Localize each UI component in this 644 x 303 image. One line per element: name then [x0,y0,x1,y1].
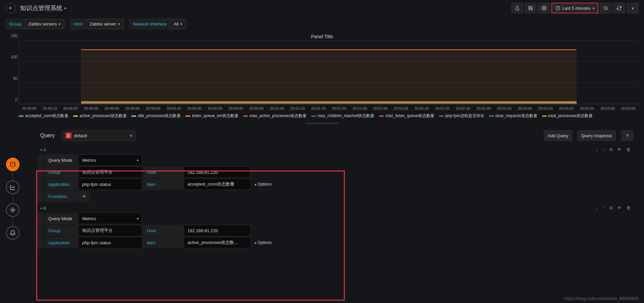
query-inspector-button[interactable]: Query Inspector [578,130,616,141]
panel-title: Panel Title [5,32,639,41]
remove-query-button[interactable]: 🗑 [626,205,631,211]
legend-item[interactable]: max_active_processes状态数量 [243,113,307,119]
query-host-label[interactable]: Host [143,225,183,236]
query-app-label[interactable]: Application [44,237,78,248]
legend-item[interactable]: php-fpm进程是否存在 [439,113,484,119]
duplicate-button[interactable]: ⧉ [609,147,612,152]
query-group-value[interactable]: 知识点管理平台 [78,166,142,178]
query-help-button[interactable]: ? [621,130,633,141]
query-group-label[interactable]: Group [44,225,78,236]
query-item-label[interactable]: Item [143,237,183,248]
legend-swatch [489,115,494,117]
var-group-host[interactable]: Host Zabbix server ▾ [70,19,123,29]
query-app-value[interactable]: php-fpm status [78,237,142,248]
legend-swatch [311,115,316,117]
tab-visualization[interactable] [6,181,19,194]
x-tick: 20:51:10 [287,106,308,110]
move-up-button[interactable]: ↑ [603,205,605,211]
add-function-button[interactable]: + [78,191,90,202]
save-button[interactable] [525,3,537,13]
database-icon [10,161,16,167]
refresh-button[interactable] [613,3,625,13]
legend-swatch [19,115,23,117]
query-host-label[interactable]: Host [143,166,183,178]
tab-queries[interactable] [6,158,19,171]
query-group-value[interactable]: 知识点管理平台 [78,225,142,236]
share-icon [515,6,520,10]
x-tick: 20:49:50 [122,106,143,110]
caret-down-icon: ▾ [593,6,594,10]
query-host-value[interactable]: 192.168.81.220 [184,166,251,178]
x-tick: 20:49:40 [101,106,122,110]
query-app-label[interactable]: Application [44,179,78,190]
caret-down-icon: ▾ [118,22,120,26]
var-group-select[interactable]: Zabbix servers ▾ [24,19,64,29]
gear-icon [542,6,546,10]
query-host-value[interactable]: 192.168.81.220 [184,225,251,236]
var-host-label: Host [70,19,86,29]
move-down-button[interactable]: ↓ [596,205,598,211]
dashboard-title-button[interactable]: 知识点管理系统 ▾ [20,4,66,12]
svg-point-0 [544,7,545,9]
legend-item[interactable]: accepted_conn状态数量 [19,113,68,119]
query-toggle[interactable]: ▾ B [40,206,46,211]
legend-item[interactable]: listen_queue_len状态数量 [185,113,238,119]
query-item-label[interactable]: Item [143,179,183,190]
x-tick: 20:49:10 [40,106,60,110]
toggle-visibility-button[interactable]: 👁 [617,205,622,211]
arrow-left-icon [8,6,13,10]
legend-item[interactable]: active_processes状态数量 [73,113,127,119]
time-range-button[interactable]: Last 5 minutes ▾ [551,3,598,13]
query-item-value[interactable]: accepted_conn状态数量 [184,179,251,190]
remove-query-button[interactable]: 🗑 [626,147,631,152]
move-down-button[interactable]: ↓ [596,147,598,152]
x-tick: 20:49:00 [19,106,40,110]
tab-general[interactable] [6,203,19,217]
chart-plot-area[interactable]: 050100150 [5,41,639,104]
back-button[interactable] [5,3,16,13]
settings-button[interactable] [538,3,550,13]
var-host-select[interactable]: Zabbix server ▾ [86,19,123,29]
query-mode-select[interactable]: Metrics▾ [78,213,142,224]
legend-label: accepted_conn状态数量 [25,113,68,119]
query-options-toggle[interactable]: ▸Options: [252,237,276,248]
zoom-out-button[interactable] [600,3,612,13]
legend-label: max_active_processes状态数量 [250,113,307,119]
legend-swatch [379,115,384,117]
legend-item[interactable]: slow_requests状态数量 [489,113,537,119]
legend-label: total_processes状态数量 [548,113,593,119]
x-tick: 20:50:00 [143,106,164,110]
query-toggle[interactable]: ▾ A [40,147,46,152]
toggle-visibility-button[interactable]: 👁 [617,147,622,152]
x-tick: 20:50:40 [225,106,246,110]
query-options-toggle[interactable]: ▸Options: [252,179,276,190]
legend-item[interactable]: max_listen_queue状态数量 [379,113,434,119]
save-icon [528,6,533,10]
x-tick: 20:52:00 [391,106,412,110]
query-functions-label[interactable]: Functions [44,191,78,202]
resize-handle[interactable] [305,123,339,124]
legend-item[interactable]: idle_processes状态数量 [131,113,181,119]
refresh-interval-button[interactable]: ▾ [627,3,639,13]
query-letter: A [43,147,46,152]
var-group-group[interactable]: Group Zabbix servers ▾ [5,19,64,29]
query-mode-select[interactable]: Metrics▾ [78,154,142,166]
datasource-picker[interactable]: Z default ▾ [62,130,136,141]
move-up-button[interactable]: ↑ [603,147,605,152]
chart-canvas[interactable] [19,41,639,104]
caret-down-icon: ▾ [130,134,132,138]
var-netif-select[interactable]: All ▾ [170,19,186,29]
x-tick: 20:50:20 [184,106,205,110]
duplicate-button[interactable]: ⧉ [609,205,612,211]
add-query-button[interactable]: Add Query [544,130,572,141]
legend-item[interactable]: total_processes状态数量 [542,113,593,119]
query-app-value[interactable]: php-fpm status [78,179,142,190]
query-group-label[interactable]: Group [44,166,78,178]
legend-item[interactable]: max_children_reached状态数量 [311,113,374,119]
var-group-netif[interactable]: Network interface All ▾ [129,19,186,29]
tab-alert[interactable] [6,226,19,240]
var-group-label: Group [6,19,24,29]
query-item-value[interactable]: active_processes状态数… [184,237,251,248]
share-button[interactable] [511,3,523,13]
x-tick: 20:50:10 [163,106,184,110]
